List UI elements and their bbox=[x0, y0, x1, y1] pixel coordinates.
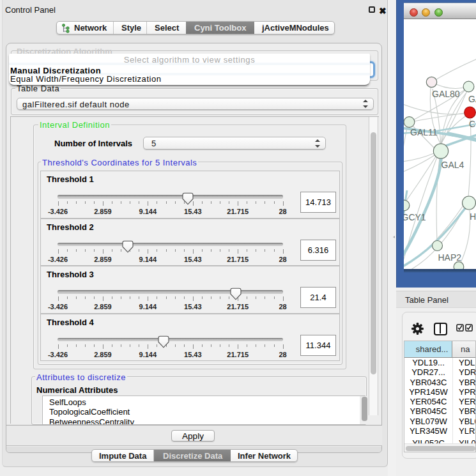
svg-text:C: C bbox=[469, 119, 475, 129]
svg-text:HAP2: HAP2 bbox=[438, 252, 462, 263]
svg-text:H: H bbox=[470, 211, 476, 222]
svg-text:GCY1: GCY1 bbox=[404, 212, 426, 222]
svg-text:GA: GA bbox=[468, 94, 476, 104]
svg-text:GAL4: GAL4 bbox=[441, 160, 464, 170]
svg-text:GAL80: GAL80 bbox=[432, 89, 460, 99]
svg-text:GAL11: GAL11 bbox=[410, 127, 438, 137]
